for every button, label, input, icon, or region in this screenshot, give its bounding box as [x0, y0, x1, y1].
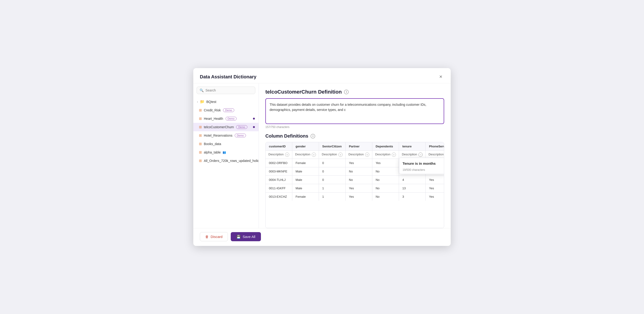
desc-label: Description — [428, 152, 444, 156]
cell-seniorcitizen: 0 — [319, 176, 346, 184]
cell-gender: Male — [292, 176, 319, 184]
cell-seniorcitizen: 0 — [319, 167, 346, 176]
col-header-seniorcitizen: SeniorCitizen — [319, 142, 346, 151]
table-icon: ⊞ — [199, 125, 202, 129]
cell-phoneservice: Yes — [426, 184, 444, 192]
sidebar-item-hotel[interactable]: ⊞ Hotel_Reservations Demo — [193, 131, 258, 140]
sidebar-group-bqtest[interactable]: › 📁 BQtest — [193, 97, 258, 106]
modal-header: Data Assistant Dictionary × — [193, 68, 451, 83]
close-button[interactable]: × — [437, 73, 444, 80]
desc-label: Description — [268, 152, 284, 156]
column-definitions-table: customerID gender SeniorCitizen Partner … — [266, 142, 444, 201]
definition-textarea[interactable] — [265, 98, 444, 124]
search-icon: 🔍 — [200, 88, 204, 92]
folder-icon: 📁 — [200, 100, 204, 104]
remove-description-icon-tenure[interactable]: − — [418, 152, 422, 157]
add-description-icon-gender[interactable]: + — [312, 152, 316, 157]
discard-button[interactable]: 🗑 Discard — [200, 232, 228, 241]
cell-seniorcitizen: 0 — [319, 159, 346, 167]
desc-label: Description — [322, 152, 337, 156]
col-header-gender: gender — [292, 142, 319, 151]
cell-customerid: 0004-TLHLJ — [266, 176, 292, 184]
definition-char-count: 157/750 characters — [265, 126, 444, 129]
cell-partner: Yes — [346, 192, 372, 201]
col-header-tenure: tenure — [399, 142, 426, 151]
sidebar-item-telco[interactable]: ⊞ telcoCustomerChurn Demo — [193, 123, 258, 131]
cell-customerid: 0013-EXCHZ — [266, 192, 292, 201]
column-definitions-table-wrapper: customerID gender SeniorCitizen Partner … — [265, 142, 444, 228]
desc-label: Description — [375, 152, 390, 156]
table-icon: ⊞ — [199, 159, 202, 163]
cell-dependents: No — [372, 167, 399, 176]
add-description-icon-partner[interactable]: + — [365, 152, 369, 157]
desc-cell-dependents: Description + — [372, 151, 399, 159]
col-header-customerid: customerID — [266, 142, 292, 151]
table-row: 0013-EXCHZ Female 1 Yes No 3 Yes No — [266, 192, 444, 201]
cell-partner: Yes — [346, 159, 372, 167]
dot-indicator — [253, 126, 255, 128]
modal-footer: 🗑 Discard 💾 Save All — [193, 228, 451, 246]
description-row: Description + Description + — [266, 151, 444, 159]
sidebar-item-label: Credit_Risk — [204, 108, 221, 112]
modal-body: 🔍 › 📁 BQtest ⊞ Credit_Risk Demo ⊞ — [193, 83, 451, 228]
discard-label: Discard — [210, 235, 222, 239]
table-header-row: customerID gender SeniorCitizen Partner … — [266, 142, 444, 151]
search-input[interactable] — [206, 88, 252, 92]
chevron-right-icon: › — [197, 100, 198, 103]
desc-label: Description — [348, 152, 364, 156]
save-button[interactable]: 💾 Save All — [231, 232, 261, 241]
cell-gender: Female — [292, 159, 319, 167]
sidebar-item-label: All_Orders_720k_rows_updated_holiday_dat… — [204, 159, 258, 162]
cell-tenure: 4 — [399, 176, 426, 184]
tenure-popover: Tenure is in months 19/500 characters — [399, 158, 444, 174]
definition-section-title: telcoCustomerChurn Definition i — [265, 89, 444, 95]
save-label: Save All — [243, 235, 255, 239]
search-box[interactable]: 🔍 — [196, 86, 255, 94]
desc-label: Description — [402, 152, 417, 156]
sidebar-list: › 📁 BQtest ⊞ Credit_Risk Demo ⊞ Heart_He… — [193, 97, 258, 228]
tenure-popover-text: Tenure is in months — [402, 161, 442, 166]
sidebar-item-heart-health[interactable]: ⊞ Heart_Health Demo — [193, 114, 258, 123]
add-description-icon-seniorcitizen[interactable]: + — [338, 152, 342, 157]
sidebar-item-alpha[interactable]: ⊞ alpha_table 👥 — [193, 148, 258, 156]
cell-dependents: Yes — [372, 159, 399, 167]
users-icon: 👥 — [222, 151, 226, 154]
tenure-popover-char-count: 19/500 characters — [402, 168, 442, 172]
col-header-partner: Partner — [346, 142, 372, 151]
desc-cell-seniorcitizen: Description + — [319, 151, 346, 159]
cell-partner: No — [346, 176, 372, 184]
cell-gender: Male — [292, 184, 319, 192]
table-row: 0004-TLHLJ Male 0 No No 4 Yes No — [266, 176, 444, 184]
sidebar: 🔍 › 📁 BQtest ⊞ Credit_Risk Demo ⊞ — [193, 83, 259, 228]
desc-cell-tenure: Description − Tenure is in months 19/500… — [399, 151, 426, 159]
sidebar-item-all-orders[interactable]: ⊞ All_Orders_720k_rows_updated_holiday_d… — [193, 156, 258, 165]
cell-tenure: 13 — [399, 184, 426, 192]
cell-partner: Yes — [346, 184, 372, 192]
col-header-phoneservice: PhoneService — [426, 142, 444, 151]
cell-phoneservice: Yes — [426, 176, 444, 184]
save-icon: 💾 — [236, 235, 241, 239]
table-icon: ⊞ — [199, 133, 202, 138]
sidebar-item-badge: Demo — [223, 108, 234, 112]
sidebar-item-label: Hotel_Reservations — [204, 134, 232, 137]
col-def-info-icon[interactable]: i — [310, 134, 315, 138]
sidebar-item-label: Heart_Health — [204, 117, 223, 120]
main-content: telcoCustomerChurn Definition i 157/750 … — [259, 83, 451, 228]
add-description-icon-customerid[interactable]: + — [285, 152, 289, 157]
sidebar-item-label: telcoCustomerChurn — [204, 125, 234, 129]
trash-icon: 🗑 — [205, 235, 209, 239]
sidebar-item-books[interactable]: ⊞ Books_data — [193, 140, 258, 148]
modal: Data Assistant Dictionary × 🔍 › 📁 BQtest… — [193, 68, 451, 246]
cell-tenure: 3 — [399, 192, 426, 201]
definition-title-text: telcoCustomerChurn Definition — [265, 89, 342, 95]
definition-info-icon[interactable]: i — [344, 90, 349, 94]
table-icon: ⊞ — [199, 150, 202, 154]
cell-customerid: 0003-MKNFE — [266, 167, 292, 176]
add-description-icon-dependents[interactable]: + — [392, 152, 396, 157]
desc-cell-customerid: Description + — [266, 151, 292, 159]
sidebar-item-label: alpha_table — [204, 150, 221, 154]
col-def-title-text: Column Definitions — [265, 133, 308, 139]
col-def-title: Column Definitions i — [265, 133, 444, 139]
sidebar-item-credit-risk[interactable]: ⊞ Credit_Risk Demo — [193, 106, 258, 114]
cell-customerid: 0011-IGKFF — [266, 184, 292, 192]
